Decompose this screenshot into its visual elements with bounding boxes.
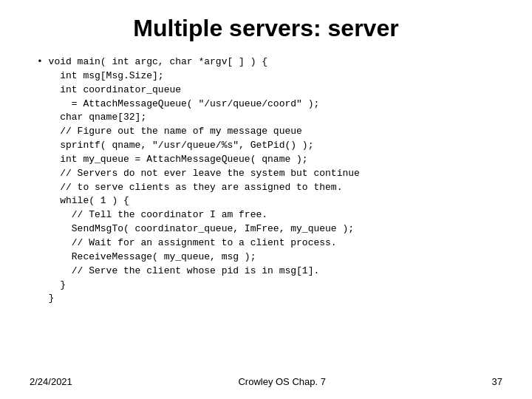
footer-page: 37 xyxy=(492,376,502,387)
footer-center: Crowley OS Chap. 7 xyxy=(238,376,326,387)
slide-footer: 2/24/2021 Crowley OS Chap. 7 37 xyxy=(0,376,532,387)
slide: Multiple servers: server • void main( in… xyxy=(0,0,532,399)
slide-content: • void main( int argc, char *argv[ ] ) {… xyxy=(30,55,502,306)
code-block: • void main( int argc, char *argv[ ] ) {… xyxy=(37,55,502,306)
footer-date: 2/24/2021 xyxy=(30,376,72,387)
slide-title: Multiple servers: server xyxy=(30,15,502,42)
